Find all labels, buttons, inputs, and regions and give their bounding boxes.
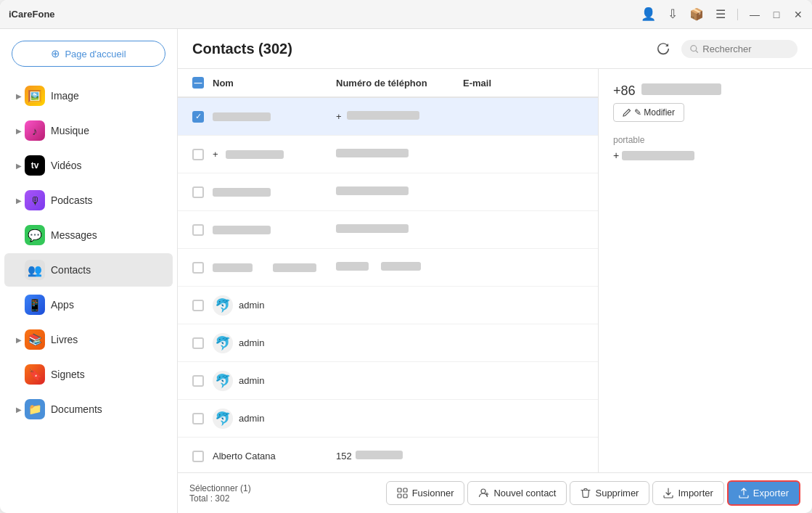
sidebar-item-messages[interactable]: ▶ 💬 Messages [4,218,173,252]
blurred-phone [347,111,419,120]
nouvel-contact-button[interactable]: Nouvel contact [467,481,567,505]
table-row[interactable]: 🐬 admin [178,287,598,324]
header-actions [652,38,797,59]
blurred-name-part1 [213,263,253,272]
sidebar-item-podcasts[interactable]: ▶ 🎙 Podcasts [4,184,173,217]
contact-name-10: Alberto Catana [213,451,276,461]
table-row[interactable]: Alberto Catana 152 [178,438,598,472]
sidebar-label-image: Image [51,90,79,102]
contacts-table: — Nom Numéro de téléphon E-mail ✓ [178,69,598,472]
row-checkbox-9[interactable] [184,413,213,424]
expand-arrow-videos: ▶ [16,162,22,170]
home-button[interactable]: ⊕ Page d'accueil [12,41,165,67]
sidebar-item-videos[interactable]: ▶ tv Vidéos [4,149,173,182]
row-checkbox-1[interactable]: ✓ [184,111,213,123]
row-checkbox-4[interactable] [184,224,213,236]
header-checkbox[interactable]: — [184,77,213,89]
avatar: 🐬 [213,409,233,429]
checkbox-unchecked[interactable] [192,413,204,424]
table-row[interactable]: 🐬 admin [178,324,598,362]
search-input[interactable] [702,44,789,54]
col-header-phone: Numéro de téléphon [336,78,463,89]
row-name-8: 🐬 admin [213,371,336,391]
row-checkbox-6[interactable] [184,300,213,311]
checkbox-unchecked[interactable] [192,149,204,160]
exporter-button[interactable]: Exporter [727,480,800,506]
sidebar-item-musique[interactable]: ▶ ♪ Musique [4,114,173,147]
checkbox-unchecked[interactable] [192,224,204,236]
checkbox-unchecked[interactable] [192,337,204,349]
table-scroll-area[interactable]: ✓ + [178,98,598,472]
user-icon[interactable]: 👤 [641,7,656,22]
download-icon[interactable]: ⇩ [668,7,678,22]
importer-label: Importer [678,488,713,498]
refresh-button[interactable] [652,38,674,59]
row-checkbox-7[interactable] [184,337,213,349]
row-name-6: 🐬 admin [213,295,336,316]
row-checkbox-8[interactable] [184,375,213,387]
sidebar-item-image[interactable]: ▶ 🖼️ Image [4,79,173,112]
row-checkbox-5[interactable] [184,262,213,274]
sidebar-label-livres: Livres [51,334,78,345]
search-icon [690,44,698,54]
avatar: 🐬 [213,295,233,316]
sidebar-item-apps[interactable]: ▶ 📱 Apps [4,288,173,321]
row-phone-2 [336,149,463,160]
image-icon: 🖼️ [25,86,45,106]
sidebar-label-documents: Documents [51,403,102,415]
checkbox-checked[interactable]: ✓ [192,111,204,123]
checkbox-unchecked[interactable] [192,262,204,274]
row-phone-4 [336,224,463,235]
row-phone-10: 152 [336,451,463,461]
maximize-button[interactable]: □ [771,9,782,20]
supprimer-button[interactable]: Supprimer [570,481,649,505]
row-phone-5 [336,262,463,273]
table-row[interactable] [178,211,598,249]
avatar: 🐬 [213,371,233,391]
table-row[interactable]: 🐬 admin [178,400,598,438]
music-icon: ♪ [25,120,45,141]
table-row[interactable]: ✓ + [178,98,598,136]
checkbox-unchecked[interactable] [192,186,204,198]
checkbox-unchecked[interactable] [192,300,204,311]
bottom-actions: Fusionner Nouvel contact [386,480,800,506]
table-row[interactable]: + [178,136,598,173]
podcast-icon: 🎙 [25,190,45,210]
app-window: iCareFone 👤 ⇩ 📦 ☰ — □ ✕ ⊕ Page d'accueil… [0,0,812,513]
modify-button[interactable]: ✎ Modifier [613,103,684,122]
box-icon[interactable]: 📦 [689,7,704,21]
menu-icon[interactable]: ☰ [715,7,726,21]
checkbox-unchecked[interactable] [192,375,204,387]
row-checkbox-10[interactable] [184,451,213,462]
row-checkbox-3[interactable] [184,186,213,198]
search-box [681,40,797,58]
importer-button[interactable]: Importer [652,481,723,505]
secondary-phone-blurred [622,151,694,160]
row-name-7: 🐬 admin [213,333,336,353]
sidebar-item-documents[interactable]: ▶ 📁 Documents [4,393,173,426]
supprimer-icon [581,488,591,498]
detail-secondary-phone: + [613,149,797,161]
row-checkbox-2[interactable] [184,149,213,160]
checkbox-unchecked[interactable] [192,451,204,462]
table-header: — Nom Numéro de téléphon E-mail [178,69,598,98]
expand-arrow-podcasts: ▶ [16,197,22,205]
content-header: Contacts (302) [178,29,812,69]
sidebar-item-contacts[interactable]: ▶ 👥 Contacts [4,253,173,287]
close-button[interactable]: ✕ [793,9,803,20]
sidebar-item-livres[interactable]: ▶ 📚 Livres [4,323,173,356]
fusionner-button[interactable]: Fusionner [386,481,465,505]
table-container: — Nom Numéro de téléphon E-mail ✓ [178,69,812,472]
row-phone-3 [336,186,463,197]
table-row[interactable] [178,173,598,211]
video-icon: tv [25,155,45,176]
row-name-5 [213,262,336,273]
table-row[interactable]: 🐬 admin [178,362,598,400]
expand-arrow-documents: ▶ [16,406,22,414]
sidebar-item-signets[interactable]: ▶ 🔖 Signets [4,358,173,391]
blurred-name-part2 [273,263,316,272]
indeterminate-checkbox[interactable]: — [192,77,204,89]
blurred-name [226,150,284,159]
table-row[interactable] [178,249,598,287]
minimize-button[interactable]: — [750,9,760,20]
